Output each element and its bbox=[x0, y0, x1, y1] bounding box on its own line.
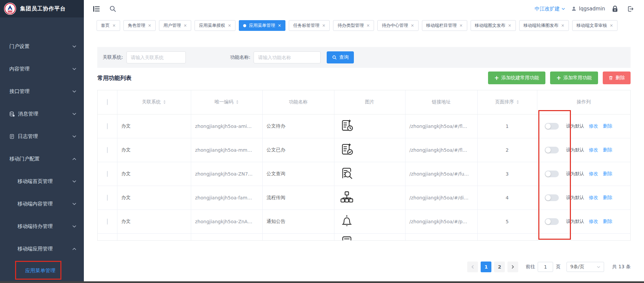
search-icon[interactable] bbox=[109, 5, 116, 12]
tab-移动端轮播图发布[interactable]: 移动端轮播图发布× bbox=[519, 20, 569, 31]
tab-移动端栏目管理[interactable]: 移动端栏目管理× bbox=[422, 20, 467, 31]
goto-page-input[interactable] bbox=[538, 262, 553, 272]
row-checkbox[interactable] bbox=[107, 147, 108, 153]
delete-link[interactable]: 删除 bbox=[603, 123, 612, 129]
sidebar-item-接口管理[interactable]: 接口管理 bbox=[0, 80, 84, 103]
next-page-button[interactable] bbox=[507, 262, 518, 272]
tab-移动端文章审核[interactable]: 移动端文章审核× bbox=[572, 20, 618, 31]
prev-page-button[interactable] bbox=[467, 262, 478, 272]
sidebar-item-内容管理[interactable]: 内容管理 bbox=[0, 58, 84, 80]
cell-name: 通知公告 bbox=[262, 209, 334, 233]
sidebar-item-移动门户配置[interactable]: 移动门户配置 bbox=[0, 148, 84, 170]
edit-link[interactable]: 修改 bbox=[589, 147, 598, 153]
delete-link[interactable]: 删除 bbox=[603, 171, 612, 177]
row-checkbox[interactable] bbox=[107, 171, 108, 177]
chevron-down-icon bbox=[72, 179, 76, 184]
column-header-链接地址: 链接地址 bbox=[405, 90, 477, 114]
default-toggle-switch[interactable] bbox=[545, 123, 559, 130]
default-toggle-switch[interactable] bbox=[545, 194, 559, 201]
search-button[interactable]: 查询 bbox=[327, 51, 354, 63]
collapse-menu-icon[interactable] bbox=[93, 5, 100, 13]
main-area: 中江改扩建 lqgsadmin bbox=[84, 0, 644, 283]
name-filter-input[interactable] bbox=[254, 51, 321, 63]
tab-待办中心管理[interactable]: 待办中心管理× bbox=[377, 20, 418, 31]
sidebar-item-label: 移动端内容管理 bbox=[17, 201, 72, 207]
cell-image bbox=[334, 186, 405, 209]
tab-用户管理[interactable]: 用户管理× bbox=[159, 20, 191, 31]
lock-icon[interactable] bbox=[611, 5, 619, 13]
cell-code: zhongjiangkjh5oa-mm… bbox=[191, 138, 262, 162]
delete-button[interactable]: 删除 bbox=[603, 72, 631, 84]
close-tab-icon[interactable]: × bbox=[322, 23, 325, 28]
sidebar-item-label: 移动端首页管理 bbox=[17, 178, 72, 185]
row-checkbox[interactable] bbox=[107, 219, 108, 225]
close-tab-icon[interactable]: × bbox=[411, 23, 414, 28]
tab-label: 用户管理 bbox=[163, 22, 181, 29]
close-tab-icon[interactable]: × bbox=[366, 23, 370, 28]
sidebar-item-日志管理[interactable]: 日志管理 bbox=[0, 125, 84, 148]
sort-caret-icon[interactable] bbox=[516, 100, 519, 104]
add-common-function-button[interactable]: + 添加常用功能 bbox=[550, 72, 598, 84]
sidebar-item-移动端待办管理[interactable]: 移动端待办管理 bbox=[0, 215, 84, 238]
tab-角色管理[interactable]: 角色管理× bbox=[123, 20, 156, 31]
column-header-关联系统: 关联系统 bbox=[117, 90, 191, 114]
sidebar-item-门户设置[interactable]: 门户设置 bbox=[0, 35, 84, 58]
close-tab-icon[interactable]: × bbox=[228, 23, 231, 28]
delete-link[interactable]: 删除 bbox=[603, 147, 612, 153]
close-tab-icon[interactable]: × bbox=[561, 23, 565, 28]
tab-应用菜单授权[interactable]: 应用菜单授权× bbox=[195, 20, 235, 31]
pagination: 12 前往 页 9条/页 共 13 条 bbox=[97, 262, 631, 272]
close-tab-icon[interactable]: × bbox=[610, 23, 613, 28]
sidebar-item-text: 移动门户配置 bbox=[9, 156, 40, 162]
tab-移动端图文发布[interactable]: 移动端图文发布× bbox=[471, 20, 516, 31]
sidebar: 集团员工协作平台 门户设置内容管理接口管理消息管理日志管理移动门户配置移动端首页… bbox=[0, 0, 84, 283]
tab-应用菜单管理[interactable]: 应用菜单管理× bbox=[239, 20, 285, 31]
close-tab-icon[interactable]: × bbox=[112, 23, 116, 28]
tab-待办类型管理[interactable]: 待办类型管理× bbox=[333, 20, 374, 31]
sidebar-item-应用菜单管理[interactable]: 应用菜单管理 bbox=[0, 260, 84, 281]
sidebar-item-移动端内容管理[interactable]: 移动端内容管理 bbox=[0, 193, 84, 215]
sidebar-item-移动端首页管理[interactable]: 移动端首页管理 bbox=[0, 170, 84, 193]
tab-首页[interactable]: 首页× bbox=[97, 20, 120, 31]
cell-actions: 设为默认修改删除 bbox=[537, 138, 630, 162]
default-toggle-switch[interactable] bbox=[545, 171, 559, 177]
close-tab-icon[interactable]: × bbox=[460, 23, 463, 28]
edit-link[interactable]: 修改 bbox=[589, 123, 598, 129]
select-all-checkbox[interactable] bbox=[107, 99, 108, 105]
edit-link[interactable]: 修改 bbox=[589, 195, 598, 201]
edit-link[interactable]: 修改 bbox=[589, 219, 598, 225]
logout-icon[interactable] bbox=[627, 5, 634, 12]
cell-image bbox=[334, 114, 405, 138]
chevron-down-icon bbox=[72, 224, 76, 229]
column-header-label: 功能名称 bbox=[289, 99, 308, 105]
row-checkbox[interactable] bbox=[107, 123, 108, 129]
sort-caret-icon[interactable] bbox=[163, 100, 166, 104]
close-tab-icon[interactable]: × bbox=[183, 23, 187, 28]
user-icon bbox=[571, 6, 577, 11]
page-button-2[interactable]: 2 bbox=[494, 262, 505, 272]
close-tab-icon[interactable]: × bbox=[508, 23, 512, 28]
page-size-select[interactable]: 9条/页 bbox=[567, 262, 604, 272]
tab-任务标签管理[interactable]: 任务标签管理× bbox=[289, 20, 330, 31]
default-toggle-switch[interactable] bbox=[545, 218, 559, 225]
edit-link[interactable]: 修改 bbox=[589, 171, 598, 177]
default-toggle-switch[interactable] bbox=[545, 147, 559, 153]
sort-caret-icon[interactable] bbox=[236, 100, 239, 104]
system-filter-input[interactable] bbox=[126, 51, 186, 63]
column-header-inner: 页面排序 bbox=[478, 99, 537, 105]
topbar-right: 中江改扩建 lqgsadmin bbox=[535, 5, 634, 13]
sidebar-item-移动端应用管理[interactable]: 移动端应用管理 bbox=[0, 238, 84, 260]
sidebar-item-text: 移动端首页管理 bbox=[17, 178, 53, 185]
close-tab-icon[interactable]: × bbox=[278, 23, 281, 28]
column-header-label: 操作列 bbox=[577, 99, 591, 105]
project-selector[interactable]: 中江改扩建 bbox=[535, 6, 565, 12]
user-chip[interactable]: lqgsadmin bbox=[571, 6, 605, 12]
sidebar-item-消息管理[interactable]: 消息管理 bbox=[0, 103, 84, 125]
chevron-down-icon bbox=[72, 112, 76, 116]
row-checkbox[interactable] bbox=[107, 195, 108, 201]
delete-link[interactable]: 删除 bbox=[603, 195, 612, 201]
delete-link[interactable]: 删除 bbox=[603, 219, 612, 225]
close-tab-icon[interactable]: × bbox=[148, 23, 151, 28]
page-button-1[interactable]: 1 bbox=[481, 262, 491, 272]
add-unified-common-function-button[interactable]: + 添加统建常用功能 bbox=[488, 72, 545, 84]
